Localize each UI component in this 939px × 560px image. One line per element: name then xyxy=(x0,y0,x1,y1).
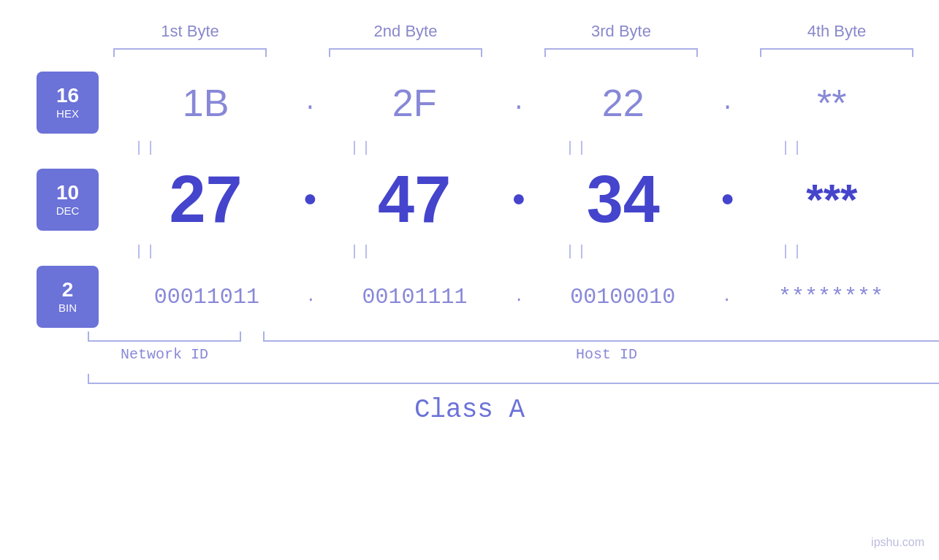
hex-badge-label: HEX xyxy=(56,107,79,120)
dec-byte2: 47 xyxy=(338,162,491,237)
hex-val-1: 1B xyxy=(183,82,229,124)
host-id-label: Host ID xyxy=(263,346,939,363)
bin-val-4: ******** xyxy=(778,285,883,310)
sep-hex-dec: || || || || xyxy=(39,139,901,156)
hex-byte3: 22 xyxy=(547,81,700,125)
byte2-header: 2nd Byte xyxy=(325,22,486,41)
label-gap xyxy=(241,346,263,363)
sep-dec-bin: || || || || xyxy=(39,243,901,260)
network-id-label: Network ID xyxy=(88,346,241,363)
bin-badge-number: 2 xyxy=(62,280,74,300)
dec-val-4: *** xyxy=(806,175,857,224)
dec-val-3: 34 xyxy=(587,163,660,236)
sep4: || xyxy=(716,139,870,156)
bin-byte4: ******** xyxy=(754,285,908,310)
hex-byte2: 2F xyxy=(338,81,491,125)
sep8: || xyxy=(716,243,870,260)
bin-byte1: 00011011 xyxy=(130,285,284,310)
bin-values: 00011011 . 00101111 . 00100010 . *******… xyxy=(99,285,939,310)
sep6: || xyxy=(285,243,438,260)
dec-val-2: 47 xyxy=(378,163,451,236)
bracket-2 xyxy=(329,48,482,57)
sep1: || xyxy=(69,139,223,156)
network-bracket xyxy=(88,331,241,342)
bin-badge-label: BIN xyxy=(58,302,77,314)
bin-dot-1: . xyxy=(306,288,316,306)
bin-dot-2: . xyxy=(514,288,523,306)
dec-values: 27 ● 47 ● 34 ● *** xyxy=(99,162,939,237)
dec-byte3: 34 xyxy=(547,162,700,237)
dec-badge: 10 DEC xyxy=(37,169,99,231)
dec-row: 10 DEC 27 ● 47 ● 34 ● *** xyxy=(0,162,939,237)
hex-val-4: ** xyxy=(817,82,846,124)
hex-byte4: ** xyxy=(755,81,908,125)
class-label: Class A xyxy=(414,395,525,425)
hex-dot-1: . xyxy=(303,89,317,116)
hex-row: 16 HEX 1B . 2F . 22 . ** xyxy=(0,72,939,134)
bin-badge: 2 BIN xyxy=(37,266,99,328)
dec-dot-2: ● xyxy=(512,186,525,213)
bracket-3 xyxy=(544,48,698,57)
dec-byte1: 27 xyxy=(129,162,283,237)
bracket-4 xyxy=(760,48,913,57)
byte3-header: 3rd Byte xyxy=(541,22,702,41)
dec-val-1: 27 xyxy=(170,163,243,236)
bracket-1 xyxy=(113,48,267,57)
bin-row: 2 BIN 00011011 . 00101111 . 00100010 . *… xyxy=(0,266,939,328)
bin-val-1: 00011011 xyxy=(154,285,259,310)
hex-badge-number: 16 xyxy=(56,85,79,106)
sep3: || xyxy=(501,139,654,156)
hex-val-2: 2F xyxy=(392,82,437,124)
host-bracket xyxy=(263,331,939,342)
bin-byte2: 00101111 xyxy=(338,285,492,310)
top-brackets xyxy=(83,48,940,57)
full-bracket xyxy=(88,374,939,384)
id-labels: Network ID Host ID xyxy=(88,346,939,363)
byte1-header: 1st Byte xyxy=(110,22,270,41)
dec-badge-label: DEC xyxy=(56,204,80,217)
main-container: 1st Byte 2nd Byte 3rd Byte 4th Byte 16 H… xyxy=(0,0,939,560)
sep2: || xyxy=(285,139,438,156)
byte-headers: 1st Byte 2nd Byte 3rd Byte 4th Byte xyxy=(83,22,940,41)
hex-dot-3: . xyxy=(721,89,734,116)
dec-dot-3: ● xyxy=(721,186,734,213)
hex-values: 1B . 2F . 22 . ** xyxy=(99,81,939,125)
dec-badge-number: 10 xyxy=(56,183,79,203)
bottom-bracket-area xyxy=(88,331,939,342)
watermark: ipshu.com xyxy=(871,536,924,549)
dec-dot-1: ● xyxy=(303,186,317,213)
dec-byte4: *** xyxy=(755,174,908,225)
bin-byte3: 00100010 xyxy=(546,285,699,310)
bin-val-3: 00100010 xyxy=(570,285,675,310)
sep7: || xyxy=(501,243,654,260)
hex-badge: 16 HEX xyxy=(37,72,99,134)
hex-val-3: 22 xyxy=(602,82,645,124)
sep5: || xyxy=(69,243,223,260)
bin-dot-3: . xyxy=(722,288,731,306)
byte4-header: 4th Byte xyxy=(756,22,917,41)
hex-byte1: 1B xyxy=(129,81,283,125)
hex-dot-2: . xyxy=(512,89,525,116)
bin-val-2: 00101111 xyxy=(362,285,468,310)
